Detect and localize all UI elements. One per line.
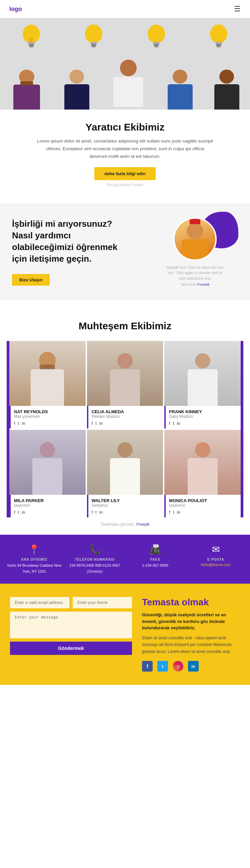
svg-rect-18	[216, 44, 221, 45]
member-role-nat: Mali yönetmen	[14, 414, 82, 419]
svg-rect-19	[217, 45, 221, 47]
member-name-mila: MILA PARKER	[14, 498, 82, 503]
twitter-icon[interactable]: t	[173, 510, 174, 515]
instagram-icon[interactable]: in	[22, 421, 25, 426]
twitter-icon[interactable]: t	[95, 510, 97, 515]
accent-bar-right	[241, 341, 243, 518]
facebook-icon[interactable]: f	[169, 510, 170, 515]
member-name-walter: WALTER LILY	[92, 498, 160, 503]
member-photo-monica	[164, 430, 241, 495]
name-input[interactable]	[73, 597, 132, 608]
member-name-monica: MONICA POULIOT	[169, 498, 237, 503]
member-photo-frank	[164, 341, 241, 406]
instagram-icon[interactable]: in	[22, 510, 25, 515]
footer-tagline: Güvenliği, düşük maliyetli ücretleri ve …	[142, 612, 240, 631]
svg-point-12	[148, 25, 165, 43]
svg-rect-17	[215, 42, 222, 44]
team-freepik-link[interactable]: Freepik	[136, 522, 150, 527]
member-role-walter: Geliştirici	[92, 503, 160, 508]
hero-person-2	[57, 43, 97, 110]
contact-email: ✉ E-POSTA hello@theme.com	[187, 544, 245, 574]
team-member-mila: MILA PARKER tasarımcı f t in	[9, 430, 86, 518]
svg-rect-2	[29, 44, 34, 45]
instagram-icon[interactable]: in	[99, 510, 103, 515]
twitter-icon[interactable]: t	[95, 421, 97, 426]
email-input[interactable]	[10, 597, 70, 608]
contact-office-value: SoHo 94 Broadway Caddesi New York, NY 10…	[5, 563, 63, 574]
bulb-icon-1	[20, 21, 43, 51]
facebook-icon[interactable]: f	[169, 421, 170, 426]
facebook-icon[interactable]: f	[92, 510, 93, 515]
bulb-icon-2	[82, 21, 105, 51]
team-intro-title: Yaratıcı Ekibimiz	[37, 122, 213, 133]
footer-body: Etiam sit amet convallis erat - class ap…	[142, 634, 240, 655]
team-grid: NAT REYNOLDS Mali yönetmen f t in	[7, 341, 243, 518]
coop-sample-text: Sample text. Click to select the text bo…	[165, 265, 225, 281]
svg-rect-14	[154, 44, 159, 45]
contact-office: 📍 ANA OFİSİMİZ SoHo 94 Broadway Caddesi …	[5, 544, 63, 574]
accent-bar-left	[7, 341, 9, 518]
twitter-icon[interactable]: t	[173, 421, 174, 426]
coop-photo-credit: Tan resim Freepik	[180, 282, 209, 286]
cooperation-section: İşbirliği mi arıyorsunuz? Nasıl yardımcı…	[0, 204, 250, 300]
member-name-frank: FRANK KINNEY	[169, 409, 237, 414]
member-name-celia: CELIA ALMEDA	[92, 409, 160, 414]
contact-email-link[interactable]: hello@theme.com	[201, 563, 231, 567]
wonderful-team-section: Muhteşem Ekibimiz NAT REYNOLDS Mali y	[0, 310, 250, 535]
team-intro-description: Lorem ipsum dolor sit amet, consectetur …	[37, 137, 213, 160]
contact-fax-value: 1-234-567-8900	[142, 563, 168, 569]
twitter-social-icon[interactable]: t	[157, 661, 168, 672]
member-role-celia: Reklam Müdürü	[92, 414, 160, 419]
member-photo-walter	[87, 430, 163, 495]
submit-button[interactable]: Göndermek	[10, 642, 132, 655]
svg-rect-7	[91, 44, 96, 45]
member-role-monica: tasarımcı	[169, 503, 237, 508]
facebook-icon[interactable]: f	[92, 421, 93, 426]
bulb-icon-4	[207, 21, 230, 51]
facebook-icon[interactable]: f	[14, 421, 15, 426]
team-member-walter: WALTER LILY Geliştirici f t in	[87, 430, 163, 518]
instagram-social-icon[interactable]: ◎	[173, 661, 183, 672]
instagram-icon[interactable]: in	[177, 510, 180, 515]
hero-person-4	[160, 43, 200, 110]
linkedin-social-icon[interactable]: in	[188, 661, 199, 672]
facebook-icon[interactable]: f	[14, 510, 15, 515]
svg-rect-1	[28, 42, 35, 44]
message-input[interactable]	[10, 612, 132, 638]
coop-left: İşbirliği mi arıyorsunuz? Nasıl yardımcı…	[0, 204, 140, 300]
footer-text: Temasta olmak Güvenliği, düşük maliyetli…	[142, 597, 240, 672]
svg-rect-8	[92, 45, 96, 47]
footer-form: Göndermek	[10, 597, 132, 672]
contact-office-label: ANA OFİSİMİZ	[21, 558, 47, 561]
contact-email-label: E-POSTA	[207, 558, 224, 561]
svg-rect-15	[154, 45, 158, 47]
facebook-social-icon[interactable]: f	[142, 661, 153, 672]
member-photo-celia	[87, 341, 163, 406]
coop-avatar	[173, 217, 217, 261]
team-grid-wrapper: NAT REYNOLDS Mali yönetmen f t in	[7, 341, 243, 518]
hero-section	[0, 18, 250, 110]
team-member-monica: MONICA POULIOT tasarımcı f t in	[164, 430, 241, 518]
coop-freepik-link[interactable]: Freepik	[197, 282, 210, 286]
email-icon: ✉	[212, 544, 220, 555]
bulb-icon-3	[145, 21, 168, 51]
contact-phone: 📞 TELEFON NUMARASI 234-9876-5400 888-012…	[66, 544, 124, 574]
twitter-icon[interactable]: t	[18, 421, 19, 426]
logo: logo	[9, 6, 22, 13]
phone-icon: 📞	[89, 544, 101, 555]
svg-rect-6	[90, 42, 97, 44]
contact-bar: 📍 ANA OFİSİMİZ SoHo 94 Broadway Caddesi …	[0, 535, 250, 584]
instagram-icon[interactable]: in	[99, 421, 103, 426]
coop-right: Sample text. Click to select the text bo…	[140, 204, 250, 300]
contact-phone-value: 234-9876-5400 888-0123-4567 (Ücretsiz)	[66, 563, 124, 574]
team-member-nat: NAT REYNOLDS Mali yönetmen f t in	[9, 341, 86, 429]
hamburger-icon[interactable]: ☰	[234, 5, 241, 13]
instagram-icon[interactable]: in	[177, 421, 180, 426]
team-freepik-credit: Tarafından görüntü Freepik	[7, 518, 243, 531]
contact-fax-label: FAKS	[150, 558, 160, 561]
wonderful-team-title: Muhteşem Ekibimiz	[7, 320, 243, 332]
twitter-icon[interactable]: t	[18, 510, 19, 515]
learn-more-button[interactable]: daha fazla bilgi edin	[94, 167, 156, 180]
contact-phone-label: TELEFON NUMARASI	[75, 558, 115, 561]
contact-us-button[interactable]: Bize Ulaşın	[12, 274, 50, 286]
